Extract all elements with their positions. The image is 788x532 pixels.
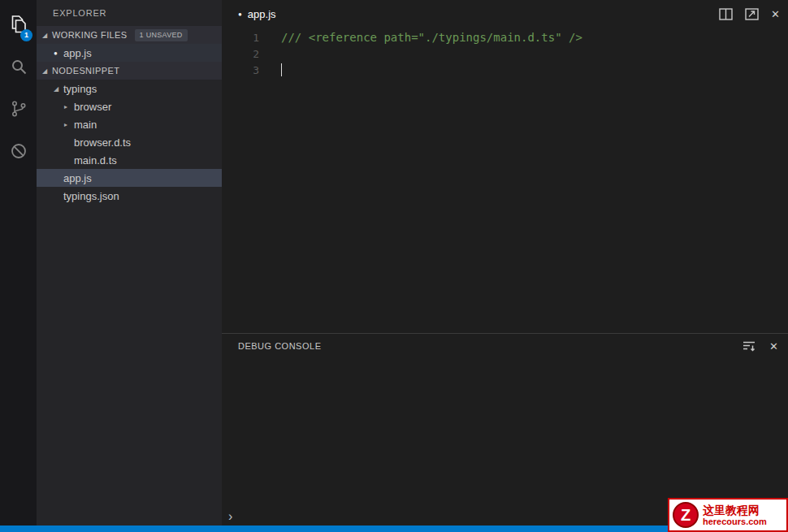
tree-item-main-d-ts[interactable]: main.d.ts (37, 151, 222, 169)
tree-item-label: main (74, 119, 97, 131)
tree-item-browser-d-ts[interactable]: browser.d.ts (37, 133, 222, 151)
code-editor[interactable]: 1 /// <reference path="./typings/main.d.… (222, 28, 788, 333)
watermark-logo: Z (673, 502, 699, 528)
open-preview-icon[interactable] (745, 8, 759, 20)
panel-title: DEBUG CONSOLE (238, 341, 321, 351)
chevron-collapsed-icon: ▸ (64, 103, 74, 110)
activity-bar: 1 (0, 0, 37, 526)
filter-icon[interactable] (742, 340, 756, 352)
chevron-expanded-icon: ◢ (42, 32, 52, 39)
project-label: NODESNIPPET (52, 66, 119, 76)
code-line[interactable]: 2 (222, 45, 788, 62)
chevron-expanded-icon: ◢ (54, 85, 63, 93)
split-editor-icon[interactable] (719, 8, 733, 20)
dirty-dot-icon: ● (238, 11, 242, 18)
chevron-expanded-icon: ◢ (42, 67, 52, 75)
tab-bar: ● app.js ✕ (222, 0, 788, 28)
tree-item-label: app.js (63, 172, 92, 184)
search-icon (9, 57, 28, 80)
tree-item-label: main.d.ts (74, 154, 117, 167)
unsaved-badge: 1 UNSAVED (135, 29, 188, 41)
tree-item-label: typings (63, 83, 97, 95)
activity-debug[interactable] (0, 132, 37, 174)
debug-console-panel: DEBUG CONSOLE ✕ › (222, 333, 788, 526)
tab-app-js[interactable]: ● app.js (238, 8, 276, 20)
code-line[interactable]: 3 (222, 62, 788, 78)
code-text: /// <reference path="./typings/main.d.ts… (281, 31, 582, 44)
activity-git[interactable] (0, 89, 37, 132)
tree-item-app-js[interactable]: app.js (37, 169, 222, 187)
activity-explorer[interactable]: 1 (0, 5, 37, 47)
working-files-label: WORKING FILES (52, 30, 128, 40)
watermark-url: herecours.com (703, 517, 767, 527)
dirty-dot-icon: ● (54, 50, 63, 57)
editor-actions: ✕ (719, 0, 780, 28)
code-line[interactable]: 1 /// <reference path="./typings/main.d.… (222, 29, 788, 45)
line-number: 3 (222, 64, 259, 76)
tree-item-browser[interactable]: ▸ browser (37, 97, 222, 115)
vscode-window: 1 (0, 0, 788, 532)
working-files-header[interactable]: ◢ WORKING FILES 1 UNSAVED (37, 26, 222, 44)
console-output (222, 358, 788, 508)
project-header[interactable]: ◢ NODESNIPPET (37, 62, 222, 80)
debug-icon (9, 141, 28, 164)
tree-item-label: browser (74, 101, 111, 113)
tree-item-main[interactable]: ▸ main (37, 115, 222, 133)
activity-search[interactable] (0, 47, 37, 89)
tree-item-typings-json[interactable]: typings.json (37, 187, 222, 205)
line-number: 1 (222, 32, 259, 44)
watermark: Z 这里教程网 herecours.com (668, 498, 788, 532)
tree-item-label: browser.d.ts (74, 136, 131, 149)
panel-actions: ✕ (742, 340, 778, 352)
close-panel-icon[interactable]: ✕ (769, 341, 778, 352)
explorer-badge: 1 (20, 29, 32, 41)
close-editor-icon[interactable]: ✕ (771, 9, 780, 19)
editor-group: ● app.js ✕ (222, 0, 788, 526)
tab-label: app.js (248, 8, 276, 20)
watermark-title: 这里教程网 (703, 504, 767, 517)
git-branch-icon (9, 99, 28, 122)
working-file-app-js[interactable]: ● app.js (37, 44, 222, 62)
chevron-collapsed-icon: ▸ (64, 121, 74, 128)
tree-item-typings[interactable]: ◢ typings (37, 80, 222, 97)
prompt-chevron-icon: › (228, 510, 232, 523)
line-number: 2 (222, 48, 259, 60)
explorer-sidebar: EXPLORER ◢ WORKING FILES 1 UNSAVED ● app… (37, 0, 222, 526)
working-file-label: app.js (63, 47, 92, 59)
text-cursor (281, 63, 282, 76)
panel-header: DEBUG CONSOLE ✕ (222, 334, 788, 358)
tree-item-label: typings.json (63, 190, 119, 202)
sidebar-title: EXPLORER (37, 0, 222, 26)
